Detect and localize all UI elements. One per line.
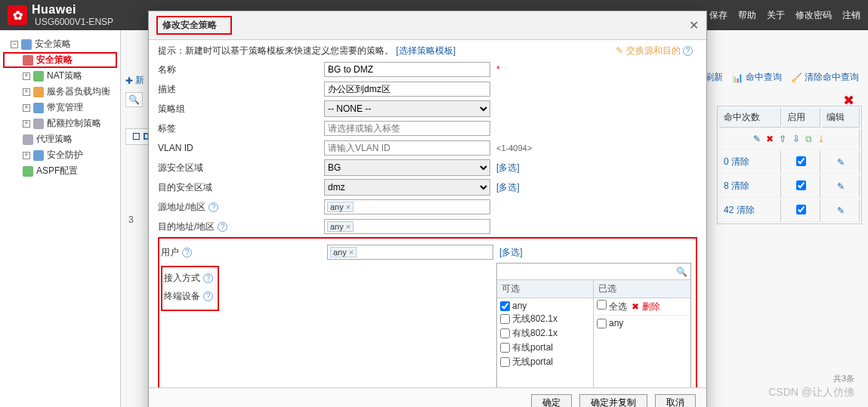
change-pwd-link[interactable]: 修改密码 xyxy=(795,9,832,22)
tree-item-security-policy[interactable]: 安全策略 xyxy=(3,52,117,68)
close-icon[interactable]: ✕ xyxy=(689,18,699,32)
user-label: 用户? xyxy=(161,246,327,259)
tree-item-nat[interactable]: +NAT策略 xyxy=(3,68,117,84)
vlan-label: VLAN ID xyxy=(158,143,324,153)
vlan-range: <1-4094> xyxy=(496,143,532,153)
srczone-select[interactable]: BG xyxy=(324,159,490,176)
enable-checkbox[interactable] xyxy=(796,205,806,214)
name-label: 名称 xyxy=(158,63,324,76)
help-icon[interactable]: ? xyxy=(182,248,192,257)
clear-hit-button[interactable]: 🧹 清除命中查询 xyxy=(791,71,859,84)
tree-item-quota[interactable]: +配额控制策略 xyxy=(3,116,117,131)
table-row: 0 清除 ✎ xyxy=(719,151,860,174)
plus-icon[interactable]: + xyxy=(23,72,30,80)
picker-search[interactable]: 🔍 xyxy=(497,264,690,280)
option-wireless-portal[interactable]: 无线portal xyxy=(500,355,590,369)
group-select[interactable]: -- NONE -- xyxy=(324,100,490,117)
help-icon[interactable]: ? xyxy=(203,291,213,301)
edit-row-icon[interactable]: ✎ xyxy=(837,181,845,192)
help-icon[interactable]: ? xyxy=(683,46,693,56)
group-label: 策略组 xyxy=(158,103,324,116)
search-icon[interactable]: 🔍 xyxy=(125,92,143,107)
tree-item-bandwidth[interactable]: +带宽管理 xyxy=(3,100,117,116)
move-down-icon[interactable]: ⇩ xyxy=(792,134,800,144)
edit-policy-dialog: 修改安全策略 ✕ ✎ 交换源和目的 ? 提示：新建时可以基于策略模板来快速定义您… xyxy=(148,11,707,407)
plus-icon[interactable]: + xyxy=(23,120,30,128)
edit-icon[interactable]: ✎ xyxy=(753,134,761,144)
save-link[interactable]: 保存 xyxy=(709,9,727,22)
desc-input[interactable] xyxy=(324,82,490,97)
delete-selected-button[interactable]: ✖ 删除 xyxy=(632,301,659,313)
tree-item-aspf[interactable]: ASPF配置 xyxy=(3,163,117,179)
search-icon[interactable]: 🔍 xyxy=(676,267,687,277)
option-wired-portal[interactable]: 有线portal xyxy=(500,341,590,355)
bulk-action-row: ✎ ✖ ⇧ ⇩ ⧉ ⤓ xyxy=(719,129,860,150)
enable-checkbox[interactable] xyxy=(796,180,806,190)
option-wireless-8021x[interactable]: 无线802.1x xyxy=(500,312,590,326)
dialog-ok-copy-button[interactable]: 确定并复制 xyxy=(579,394,647,407)
available-header: 可选 xyxy=(497,280,593,298)
tag-chip[interactable]: any× xyxy=(327,221,354,232)
option-wired-8021x[interactable]: 有线802.1x xyxy=(500,326,590,341)
tag-input[interactable] xyxy=(324,121,490,136)
dialog-cancel-button[interactable]: 取消 xyxy=(655,394,696,407)
enable-checkbox[interactable] xyxy=(796,156,806,166)
edit-row-icon[interactable]: ✎ xyxy=(837,205,845,216)
remove-tag-icon[interactable]: × xyxy=(346,202,351,211)
plus-icon[interactable]: + xyxy=(23,88,30,96)
multi-select-link[interactable]: [多选] xyxy=(496,181,520,194)
help-link[interactable]: 帮助 xyxy=(738,9,756,22)
multi-select-link[interactable]: [多选] xyxy=(496,162,520,174)
name-input[interactable] xyxy=(324,62,490,77)
available-list: any 无线802.1x 有线802.1x 有线portal 无线portal xyxy=(497,298,593,387)
hit-query-button[interactable]: 📊 命中查询 xyxy=(732,71,782,84)
selected-item[interactable]: any xyxy=(597,317,687,329)
inner-highlight: 接入方式? 终端设备? xyxy=(161,266,219,311)
device-model: USG6000V1-ENSP xyxy=(35,17,113,27)
col-enable: 启用 xyxy=(783,108,820,128)
tree-item-slb[interactable]: +服务器负载均衡 xyxy=(3,84,117,100)
folder-icon xyxy=(21,39,32,50)
multi-select-link[interactable]: [多选] xyxy=(499,246,523,259)
minus-icon[interactable]: − xyxy=(11,41,18,48)
hits-cell[interactable]: 42 清除 xyxy=(719,199,781,222)
user-field[interactable]: any× xyxy=(327,245,493,260)
help-icon[interactable]: ? xyxy=(203,273,213,283)
hits-cell[interactable]: 8 清除 xyxy=(719,175,781,198)
dstaddr-field[interactable]: any× xyxy=(324,219,490,234)
hits-cell[interactable]: 0 清除 xyxy=(719,151,781,174)
row-number: 3 xyxy=(128,214,134,225)
remove-tag-icon[interactable]: × xyxy=(346,222,351,231)
srcaddr-field[interactable]: any× xyxy=(324,199,490,214)
option-any[interactable]: any xyxy=(500,300,590,312)
tree-root[interactable]: −安全策略 xyxy=(3,36,117,52)
delete-icon[interactable]: ✖ xyxy=(766,134,774,144)
swap-src-dst-link[interactable]: ✎ 交换源和目的 ? xyxy=(616,45,693,57)
export-icon[interactable]: ⤓ xyxy=(817,134,825,144)
move-up-icon[interactable]: ⇧ xyxy=(779,134,786,144)
aspf-icon xyxy=(23,166,33,177)
copy-icon[interactable]: ⧉ xyxy=(805,134,812,144)
dstzone-select[interactable]: dmz xyxy=(324,179,490,196)
new-button[interactable]: ✚ 新 xyxy=(125,74,144,87)
tree-item-security-defense[interactable]: +安全防护 xyxy=(3,147,117,163)
selected-list: any xyxy=(594,316,690,387)
about-link[interactable]: 关于 xyxy=(767,9,785,22)
help-icon[interactable]: ? xyxy=(218,222,227,232)
list-toolbar: 🔄 刷新 📊 命中查询 🧹 清除命中查询 xyxy=(691,71,859,84)
help-icon[interactable]: ? xyxy=(209,202,218,212)
plus-icon[interactable]: + xyxy=(23,152,30,159)
logout-link[interactable]: 注销 xyxy=(842,9,860,22)
select-template-link[interactable]: [选择策略模板] xyxy=(396,45,456,56)
tag-chip[interactable]: any× xyxy=(327,202,354,212)
plus-icon[interactable]: + xyxy=(23,104,30,112)
select-all-checkbox[interactable]: 全选 xyxy=(597,300,627,313)
tag-chip[interactable]: any× xyxy=(330,247,357,257)
tree-item-proxy[interactable]: 代理策略 xyxy=(3,131,117,147)
nav-tree: −安全策略 安全策略 +NAT策略 +服务器负载均衡 +带宽管理 +配额控制策略… xyxy=(0,30,121,407)
access-label: 接入方式? xyxy=(164,272,213,285)
edit-row-icon[interactable]: ✎ xyxy=(837,157,845,168)
dialog-ok-button[interactable]: 确定 xyxy=(531,394,572,407)
remove-tag-icon[interactable]: × xyxy=(349,248,354,257)
vlan-input[interactable] xyxy=(324,140,490,156)
